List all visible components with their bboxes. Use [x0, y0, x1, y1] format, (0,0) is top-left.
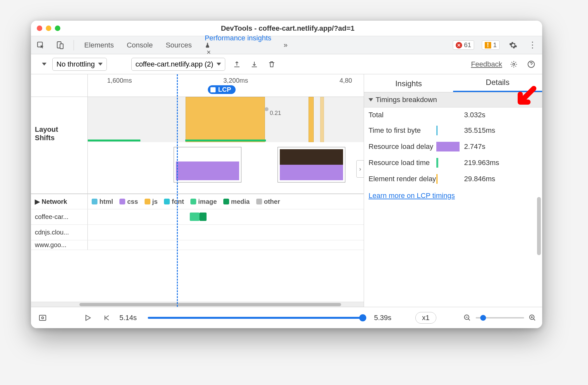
panel-toolbar: No throttling coffee-cart.netlify.app (2…	[31, 54, 542, 74]
lcp-marker[interactable]: LCP	[208, 85, 236, 94]
more-tabs-icon[interactable]: »	[284, 41, 288, 49]
network-host: cdnjs.clou...	[31, 225, 88, 240]
settings-icon[interactable]	[507, 39, 519, 51]
timing-bar	[436, 126, 438, 135]
svg-rect-5	[39, 315, 46, 320]
network-host: www.goo...	[31, 240, 88, 250]
tab-sources[interactable]: Sources	[163, 37, 194, 53]
network-row[interactable]: www.goo...	[31, 240, 364, 250]
cls-value: 0.21	[270, 110, 281, 117]
timing-value: 29.846ms	[464, 175, 538, 183]
tab-label: Performance insights	[205, 34, 271, 42]
inspect-icon[interactable]	[35, 39, 46, 51]
collapse-icon	[369, 98, 373, 101]
vertical-scrollbar[interactable]	[537, 197, 541, 255]
time-tick: 1,600ms	[107, 77, 132, 84]
timing-bar	[436, 174, 438, 184]
details-tabs: Insights Details	[364, 74, 542, 92]
zoom-out-icon[interactable]	[463, 314, 471, 322]
current-time: 5.14s	[119, 314, 137, 322]
zoom-slider[interactable]	[476, 317, 524, 318]
time-tick: 4,80	[340, 77, 352, 84]
network-legend: html css js font image media other	[92, 198, 280, 205]
stop-icon	[210, 87, 216, 92]
network-label: Network	[42, 198, 67, 205]
section-title: Timings breakdown	[376, 96, 437, 104]
export-icon[interactable]	[231, 58, 243, 70]
tab-console[interactable]: Console	[124, 37, 156, 53]
speed-pill[interactable]: x1	[415, 312, 436, 324]
horizontal-scrollbar[interactable]	[31, 302, 364, 307]
timing-label: Element render delay	[369, 175, 436, 183]
preview-toggle-icon[interactable]	[37, 312, 48, 324]
timing-label: Resource load time	[369, 159, 436, 167]
more-menu-icon[interactable]: ⋮	[527, 39, 538, 51]
record-menu-chevron-icon[interactable]	[42, 63, 46, 66]
network-row[interactable]: cdnjs.clou...	[31, 225, 364, 240]
timing-bar	[436, 158, 438, 168]
timing-value: 219.963ms	[464, 159, 538, 167]
lcp-label: LCP	[218, 86, 231, 93]
screenshot-thumb[interactable]	[174, 147, 241, 182]
titlebar: DevTools - coffee-cart.netlify.app/?ad=1	[31, 21, 542, 36]
time-tick: 3,200ms	[223, 77, 248, 84]
throttling-value: No throttling	[56, 60, 95, 68]
collapse-right-pane-button[interactable]: ›	[356, 160, 364, 178]
warnings-badge[interactable]: ! 1	[482, 40, 500, 50]
playhead[interactable]	[177, 74, 178, 307]
skip-start-icon[interactable]	[101, 312, 112, 324]
panel-body: 1,600ms 3,200ms 4,80 LCP LayoutShifts	[31, 74, 542, 307]
flask-icon	[205, 42, 273, 48]
learn-more-link[interactable]: Learn more on LCP timings	[364, 187, 542, 204]
errors-badge[interactable]: ✕ 61	[453, 40, 474, 50]
error-icon: ✕	[456, 42, 462, 48]
annotation-arrow-icon	[514, 85, 538, 109]
chevron-down-icon	[98, 63, 103, 66]
layout-shifts-row: LayoutShifts 0.21	[31, 97, 364, 194]
throttling-select[interactable]: No throttling	[52, 58, 107, 71]
error-count: 61	[464, 41, 471, 49]
svg-point-6	[42, 317, 44, 319]
time-axis[interactable]: 1,600ms 3,200ms 4,80 LCP	[31, 74, 364, 97]
panel-settings-icon[interactable]	[508, 58, 520, 70]
warning-icon: !	[485, 42, 491, 48]
window-title: DevTools - coffee-cart.netlify.app/?ad=1	[39, 24, 536, 33]
tab-insights[interactable]: Insights	[364, 75, 453, 92]
timing-row-load-time: Resource load time 219.963ms	[364, 155, 542, 171]
svg-point-3	[513, 63, 515, 65]
origin-select[interactable]: coffee-cart.netlify.app (2)	[131, 58, 225, 71]
zoom-in-icon[interactable]	[529, 314, 536, 322]
timing-value: 3.032s	[464, 111, 538, 119]
timing-value: 35.515ms	[464, 126, 538, 135]
timing-row-total: Total 3.032s	[364, 108, 542, 122]
layout-shifts-track[interactable]: 0.21	[88, 97, 364, 193]
origin-value: coffee-cart.netlify.app (2)	[136, 60, 213, 68]
seek-slider[interactable]	[148, 317, 363, 319]
network-header-row[interactable]: ▶ Network html css js font image media o…	[31, 194, 364, 209]
timing-label: Time to first byte	[369, 126, 436, 134]
feedback-link[interactable]: Feedback	[471, 60, 502, 68]
end-time: 5.39s	[374, 314, 391, 322]
import-icon[interactable]	[248, 58, 260, 70]
timing-row-load-delay: Resource load delay 2.747s	[364, 139, 542, 155]
network-row[interactable]: coffee-car...	[31, 209, 364, 225]
device-toggle-icon[interactable]	[54, 39, 66, 51]
expand-icon: ▶	[35, 198, 40, 205]
timing-bar	[436, 142, 460, 151]
svg-rect-2	[60, 44, 63, 48]
warning-count: 1	[493, 41, 497, 49]
network-host: coffee-car...	[31, 209, 88, 224]
timeline-pane: 1,600ms 3,200ms 4,80 LCP LayoutShifts	[31, 74, 364, 307]
timing-label: Resource load delay	[369, 142, 436, 151]
layout-shifts-label: LayoutShifts	[31, 97, 88, 193]
devtools-window: DevTools - coffee-cart.netlify.app/?ad=1…	[31, 21, 542, 328]
timing-row-ttfb: Time to first byte 35.515ms	[364, 122, 542, 139]
screenshot-thumb[interactable]	[278, 147, 345, 182]
delete-icon[interactable]	[266, 58, 278, 70]
play-icon[interactable]	[82, 312, 94, 324]
tab-elements[interactable]: Elements	[82, 37, 117, 53]
timing-value: 2.747s	[464, 142, 538, 151]
zoom-controls	[463, 314, 536, 322]
help-icon[interactable]	[525, 58, 537, 70]
timing-row-render-delay: Element render delay 29.846ms	[364, 171, 542, 187]
